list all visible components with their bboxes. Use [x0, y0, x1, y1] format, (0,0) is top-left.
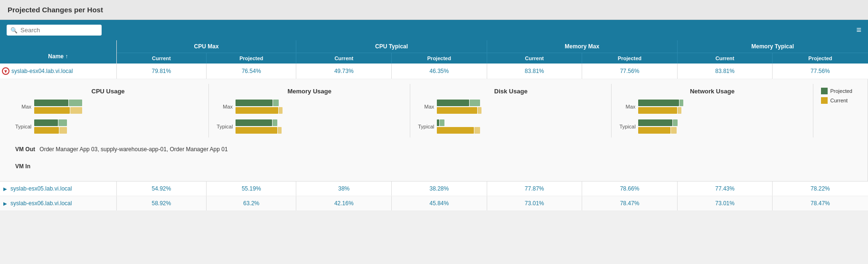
disk-usage-chart: Disk Usage Max [410, 84, 612, 137]
esx05-cpu-typ-projected: 38.28% [392, 182, 487, 196]
esx05-cpu-max-projected: 55.19% [207, 182, 296, 196]
current-legend-color [821, 97, 828, 104]
esx06-cpu-typ-projected: 45.84% [392, 196, 487, 211]
cpu-max-group-header: CPU Max [194, 43, 219, 50]
cpu-max-projected-header: Projected [239, 55, 263, 61]
esx04-cpu-max-projected: 76.54% [207, 64, 296, 79]
expand-button-esx06[interactable]: ▶ [2, 200, 9, 207]
host-name-esx04: syslab-esx04.lab.vi.local [11, 68, 73, 74]
search-icon: 🔍 [10, 27, 18, 34]
mem-typ-projected-header: Projected [808, 55, 832, 61]
esx05-mem-typ-current: 77.43% [677, 182, 773, 196]
cpu-typical-group-header: CPU Typical [375, 43, 408, 50]
menu-icon[interactable]: ≡ [856, 25, 861, 35]
esx06-mem-max-projected: 78.47% [582, 196, 678, 211]
table-row: ▶ syslab-esx05.lab.vi.local 54.92% 55.19… [0, 182, 868, 196]
esx05-mem-max-projected: 78.66% [582, 182, 678, 196]
cpu-max-current-header: Current [152, 55, 171, 61]
cpu-usage-chart: CPU Usage Max [8, 84, 209, 137]
esx06-cpu-max-projected: 63.2% [207, 196, 296, 211]
cpu-typ-current-header: Current [334, 55, 353, 61]
name-column-header: Name ↑ [48, 53, 68, 60]
memory-max-group-header: Memory Max [565, 43, 599, 50]
esx05-cpu-typ-current: 38% [296, 182, 392, 196]
vm-out-value: Order Manager App 03, supply-warehouse-a… [39, 146, 227, 153]
esx04-mem-typ-projected: 77.56% [773, 64, 868, 79]
esx04-cpu-typ-current: 49.73% [296, 64, 392, 79]
projected-legend-color [821, 88, 828, 94]
mem-max-projected-header: Projected [618, 55, 642, 61]
search-input[interactable] [20, 27, 98, 34]
chart-legend: Projected Current [813, 84, 860, 108]
mem-typ-current-header: Current [716, 55, 735, 61]
network-usage-chart: Network Usage Max [612, 84, 813, 137]
esx04-cpu-typ-projected: 46.35% [392, 64, 487, 79]
esx06-mem-typ-current: 73.01% [677, 196, 773, 211]
cpu-typ-projected-header: Projected [427, 55, 451, 61]
expand-button-esx04[interactable]: ▼ [2, 67, 9, 75]
memory-usage-chart: Memory Usage Max [209, 84, 410, 137]
expand-button-esx05[interactable]: ▶ [2, 185, 9, 192]
current-legend-label: Current [830, 98, 848, 103]
page-title: Projected Changes per Host [0, 0, 868, 20]
esx05-cpu-max-current: 54.92% [116, 182, 206, 196]
search-box[interactable]: 🔍 [7, 25, 102, 36]
header-bar: 🔍 ≡ [0, 20, 868, 40]
projected-legend-label: Projected [830, 88, 852, 94]
memory-typical-group-header: Memory Typical [751, 43, 794, 50]
esx06-cpu-max-current: 58.92% [116, 196, 206, 211]
esx04-mem-max-current: 83.81% [487, 64, 582, 79]
vm-in-label: VM In [15, 163, 30, 170]
esx04-cpu-max-current: 79.81% [116, 64, 206, 79]
esx04-mem-max-projected: 77.56% [582, 64, 678, 79]
table-row: ▼ syslab-esx04.lab.vi.local 79.81% 76.54… [0, 64, 868, 79]
vm-out-label: VM Out [15, 146, 35, 153]
esx06-mem-typ-projected: 78.47% [773, 196, 868, 211]
table-row: ▶ syslab-esx06.lab.vi.local 58.92% 63.2%… [0, 196, 868, 211]
mem-max-current-header: Current [525, 55, 544, 61]
esx05-mem-typ-projected: 78.22% [773, 182, 868, 196]
esx05-mem-max-current: 77.87% [487, 182, 582, 196]
host-name-esx06: syslab-esx06.lab.vi.local [10, 200, 72, 207]
expanded-row-esx04: CPU Usage Max [0, 79, 868, 182]
esx06-cpu-typ-current: 42.16% [296, 196, 392, 211]
esx04-mem-typ-current: 83.81% [677, 64, 773, 79]
host-name-esx05: syslab-esx05.lab.vi.local [10, 185, 72, 192]
esx06-mem-max-current: 73.01% [487, 196, 582, 211]
